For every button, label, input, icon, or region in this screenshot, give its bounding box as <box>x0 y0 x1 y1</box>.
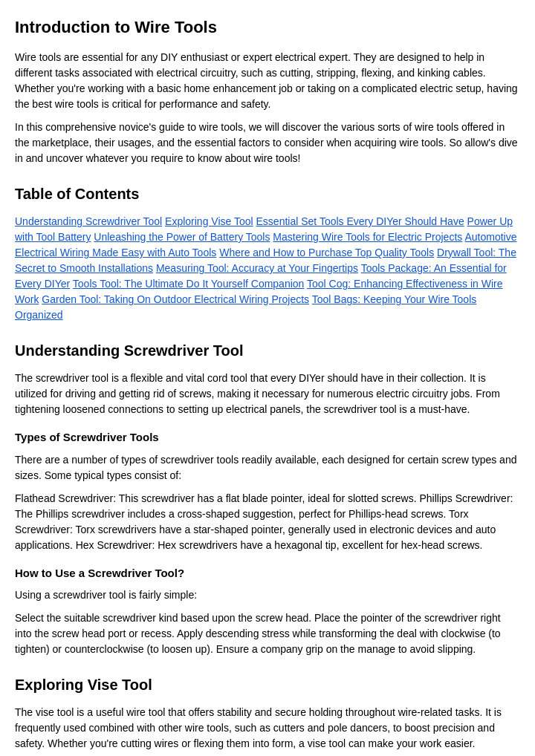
page-main-title: Introduction to Wire Tools <box>15 15 520 39</box>
toc-link-3[interactable]: Essential Set Tools Every DIYer Should H… <box>256 215 464 227</box>
intro-paragraph-2: In this comprehensive novice's guide to … <box>15 120 520 166</box>
section2-title: Exploring Vise Tool <box>15 674 520 696</box>
toc-link-14[interactable]: Garden Tool: Taking On Outdoor Electrica… <box>42 293 309 305</box>
table-of-contents: Understanding Screwdriver Tool Exploring… <box>15 214 520 323</box>
toc-link-5[interactable]: Unleashing the Power of Battery Tools <box>94 231 270 243</box>
section1-intro: The screwdriver tool is a flexible and v… <box>15 371 520 417</box>
intro-paragraph-1: Wire tools are essential for any DIY ent… <box>15 50 520 112</box>
toc-title: Table of Contents <box>15 183 520 205</box>
toc-link-6[interactable]: Mastering Wire Tools for Electric Projec… <box>273 231 462 243</box>
section1-sub2-title: How to Use a Screwdriver Tool? <box>15 565 520 582</box>
toc-link-2[interactable]: Exploring Vise Tool <box>165 215 253 227</box>
toc-link-10[interactable]: Measuring Tool: Accuracy at Your Fingert… <box>156 262 358 274</box>
toc-link-12[interactable]: Tools Tool: The Ultimate Do It Yourself … <box>73 278 305 290</box>
section1-sub2-text1: Using a screwdriver tool is fairly simpl… <box>15 587 520 603</box>
section1-sub2-text2: Select the suitable screwdriver kind bas… <box>15 610 520 657</box>
toc-link-1[interactable]: Understanding Screwdriver Tool <box>15 215 162 227</box>
section1-sub1-text: There are a number of types of screwdriv… <box>15 452 520 483</box>
section1-title: Understanding Screwdriver Tool <box>15 339 520 362</box>
section2-intro: The vise tool is a useful wire tool that… <box>15 705 520 752</box>
toc-link-8[interactable]: Where and How to Purchase Top Quality To… <box>219 247 434 258</box>
section1-sub1-list: Flathead Screwdriver: This screwdriver h… <box>15 491 520 553</box>
section1-sub1-title: Types of Screwdriver Tools <box>15 429 520 446</box>
